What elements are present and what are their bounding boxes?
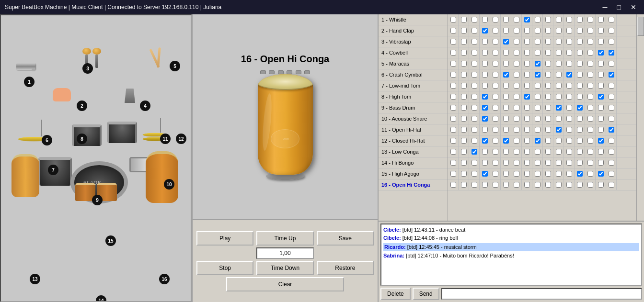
beat-checkbox-16-16[interactable]	[609, 182, 614, 188]
beat-checkbox-2-9[interactable]	[535, 28, 540, 34]
beat-checkbox-1-5[interactable]	[493, 17, 498, 22]
beat-checkbox-9-16[interactable]	[609, 105, 614, 111]
save-button[interactable]: Save	[317, 231, 374, 246]
beat-checkbox-14-5[interactable]	[493, 160, 498, 166]
beat-checkbox-10-1[interactable]	[450, 116, 456, 122]
beat-checkbox-11-4[interactable]	[482, 127, 488, 133]
beat-checkbox-16-1[interactable]	[450, 182, 456, 188]
whistle-instrument[interactable]	[16, 63, 35, 71]
time-up-button[interactable]: Time Up	[256, 231, 313, 246]
beat-checkbox-9-14[interactable]	[587, 105, 593, 111]
beat-checkbox-2-8[interactable]	[524, 28, 530, 34]
instrument-row-15[interactable]: 15 - High Agogo	[379, 168, 448, 179]
beat-checkbox-12-6[interactable]	[503, 138, 509, 144]
floor-tom-instrument[interactable]	[38, 157, 72, 186]
beat-checkbox-10-16[interactable]	[609, 116, 614, 122]
beat-checkbox-3-2[interactable]	[461, 39, 467, 45]
beat-checkbox-9-9[interactable]	[535, 105, 540, 111]
beat-checkbox-12-9[interactable]	[535, 138, 540, 144]
beat-checkbox-14-2[interactable]	[461, 160, 467, 166]
beat-checkbox-11-15[interactable]	[598, 127, 604, 133]
maracas-instrument[interactable]	[82, 48, 101, 68]
beat-checkbox-1-14[interactable]	[587, 17, 593, 22]
beat-checkbox-2-3[interactable]	[472, 28, 477, 34]
beat-checkbox-8-15[interactable]	[598, 94, 604, 100]
beat-checkbox-16-7[interactable]	[514, 182, 519, 188]
beat-checkbox-6-1[interactable]	[450, 72, 456, 78]
beat-checkbox-16-15[interactable]	[598, 182, 604, 188]
scrollbar[interactable]	[636, 14, 644, 221]
beat-checkbox-8-8[interactable]	[524, 94, 530, 100]
beat-checkbox-15-5[interactable]	[493, 171, 498, 177]
send-button[interactable]: Send	[413, 288, 439, 300]
beat-checkbox-11-9[interactable]	[535, 127, 540, 133]
beat-checkbox-8-5[interactable]	[493, 94, 498, 100]
beat-checkbox-14-10[interactable]	[545, 160, 551, 166]
beat-checkbox-1-7[interactable]	[514, 17, 519, 22]
beat-checkbox-7-1[interactable]	[450, 83, 456, 89]
beat-checkbox-12-3[interactable]	[472, 138, 477, 144]
instrument-row-8[interactable]: 8 - High Tom	[379, 91, 448, 102]
beat-checkbox-4-4[interactable]	[482, 50, 488, 56]
instrument-row-16[interactable]: 16 - Open Hi Conga	[379, 179, 448, 190]
beat-checkbox-9-10[interactable]	[545, 105, 551, 111]
beat-checkbox-13-4[interactable]	[482, 149, 488, 155]
beat-checkbox-9-2[interactable]	[461, 105, 467, 111]
tempo-input[interactable]: 1,00	[256, 247, 314, 259]
instrument-row-14[interactable]: 14 - Hi Bongo	[379, 157, 448, 168]
beat-checkbox-10-6[interactable]	[503, 116, 509, 122]
beat-checkbox-6-9[interactable]	[535, 72, 540, 78]
beat-checkbox-9-15[interactable]	[598, 105, 604, 111]
conga-large-instrument[interactable]	[146, 151, 178, 203]
beat-checkbox-7-15[interactable]	[598, 83, 604, 89]
beat-checkbox-6-6[interactable]	[503, 72, 509, 78]
beat-checkbox-6-11[interactable]	[556, 72, 562, 78]
beat-checkbox-5-2[interactable]	[461, 61, 467, 67]
beat-checkbox-1-12[interactable]	[566, 17, 572, 22]
beat-checkbox-14-7[interactable]	[514, 160, 519, 166]
instrument-row-3[interactable]: 3 - Vibraslap	[379, 36, 448, 47]
beat-checkbox-4-7[interactable]	[514, 50, 519, 56]
beat-checkbox-16-10[interactable]	[545, 182, 551, 188]
beat-checkbox-5-11[interactable]	[556, 61, 562, 67]
beat-checkbox-4-2[interactable]	[461, 50, 467, 56]
beat-checkbox-5-12[interactable]	[566, 61, 572, 67]
beat-checkbox-3-4[interactable]	[482, 39, 488, 45]
beat-checkbox-11-13[interactable]	[577, 127, 583, 133]
beat-checkbox-8-16[interactable]	[609, 94, 614, 100]
beat-checkbox-1-13[interactable]	[577, 17, 583, 22]
beat-checkbox-5-1[interactable]	[450, 61, 456, 67]
time-down-button[interactable]: Time Down	[256, 261, 313, 275]
instrument-row-12[interactable]: 12 - Closed Hi-Hat	[379, 135, 448, 146]
beat-checkbox-13-1[interactable]	[450, 149, 456, 155]
beat-checkbox-12-15[interactable]	[598, 138, 604, 144]
beat-checkbox-2-12[interactable]	[566, 28, 572, 34]
beat-checkbox-13-8[interactable]	[524, 149, 530, 155]
beat-checkbox-1-1[interactable]	[450, 17, 456, 22]
beat-checkbox-2-6[interactable]	[503, 28, 509, 34]
beat-checkbox-10-13[interactable]	[577, 116, 583, 122]
beat-checkbox-11-12[interactable]	[566, 127, 572, 133]
beat-checkbox-2-4[interactable]	[482, 28, 488, 34]
beat-checkbox-10-8[interactable]	[524, 116, 530, 122]
beat-checkbox-12-14[interactable]	[587, 138, 593, 144]
beat-checkbox-14-12[interactable]	[566, 160, 572, 166]
beat-checkbox-12-11[interactable]	[556, 138, 562, 144]
beat-checkbox-4-1[interactable]	[450, 50, 456, 56]
beat-checkbox-9-6[interactable]	[503, 105, 509, 111]
beat-checkbox-8-2[interactable]	[461, 94, 467, 100]
beat-checkbox-14-1[interactable]	[450, 160, 456, 166]
beat-checkbox-11-8[interactable]	[524, 127, 530, 133]
scroll-thumb[interactable]	[637, 17, 644, 36]
beat-checkbox-3-15[interactable]	[598, 39, 604, 45]
beat-checkbox-5-6[interactable]	[503, 61, 509, 67]
beat-checkbox-16-3[interactable]	[472, 182, 477, 188]
beat-checkbox-9-8[interactable]	[524, 105, 530, 111]
beat-checkbox-1-9[interactable]	[535, 17, 540, 22]
beat-checkbox-4-3[interactable]	[472, 50, 477, 56]
beat-checkbox-11-2[interactable]	[461, 127, 467, 133]
beat-checkbox-4-15[interactable]	[598, 50, 604, 56]
beat-checkbox-10-11[interactable]	[556, 116, 562, 122]
beat-checkbox-1-3[interactable]	[472, 17, 477, 22]
beat-checkbox-3-13[interactable]	[577, 39, 583, 45]
